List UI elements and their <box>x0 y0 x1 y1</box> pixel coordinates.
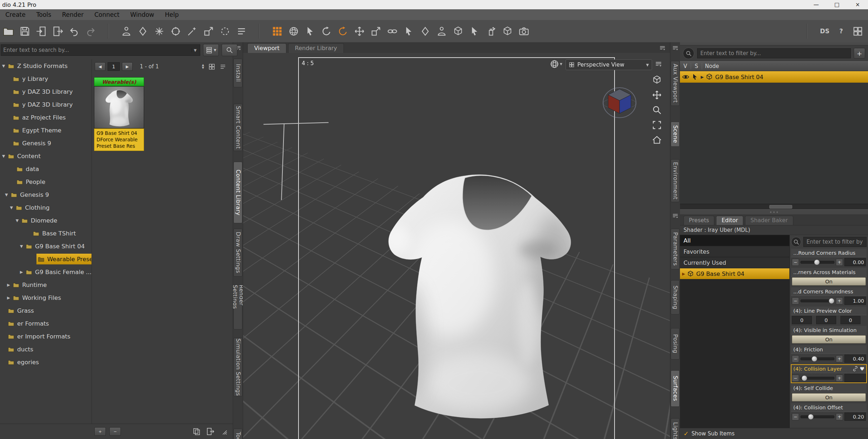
redo-icon[interactable] <box>82 23 99 39</box>
tree-item[interactable]: ▼Content <box>0 150 92 162</box>
color-b-field[interactable]: 0 <box>840 316 860 324</box>
slider-handle[interactable] <box>814 259 820 265</box>
minimize-button[interactable]: — <box>806 0 827 9</box>
rotate-tool-icon[interactable] <box>318 23 335 39</box>
camera-view-selector[interactable]: Perspective View ▼ <box>566 59 652 70</box>
toggle-on-button[interactable]: On <box>792 277 866 286</box>
menu-window[interactable]: Window <box>125 9 159 20</box>
slider-value[interactable]: 0.00 <box>844 258 866 266</box>
surfaces-list-currently-used[interactable]: Currently Used <box>680 257 789 268</box>
tab-smart-content[interactable]: Smart Content <box>233 104 242 151</box>
slider-increment-button[interactable]: + <box>836 297 843 304</box>
search-button[interactable] <box>222 44 237 56</box>
tree-item[interactable]: ▶Runtime <box>0 278 92 291</box>
tree-item[interactable]: ▶G9 Basic Female ... <box>0 265 92 278</box>
daz-studio-logo-icon[interactable]: DS <box>817 23 833 39</box>
slider-track[interactable] <box>800 415 834 418</box>
tab-lights[interactable]: Lights <box>671 418 680 439</box>
camera-cube-icon[interactable] <box>450 23 466 39</box>
tab-install[interactable]: Install <box>233 59 242 87</box>
display-style-icon[interactable] <box>233 23 250 39</box>
camera-home-icon[interactable] <box>652 135 662 145</box>
maximize-button[interactable]: □ <box>827 0 847 9</box>
scene-horizontal-scrollbar[interactable] <box>680 204 868 209</box>
tree-item[interactable]: Base TShirt <box>0 227 92 240</box>
column-selection[interactable]: S <box>691 63 702 69</box>
undo-icon[interactable] <box>66 23 82 39</box>
scene-filter-input[interactable] <box>697 48 851 58</box>
search-input[interactable] <box>3 47 192 54</box>
slider-decrement-button[interactable]: − <box>792 297 799 304</box>
content-type-filter-button[interactable]: ▼ <box>203 44 219 56</box>
page-next-button[interactable]: ▶ <box>122 62 133 71</box>
node-edit-icon[interactable] <box>400 23 417 39</box>
camera-frame-icon[interactable] <box>652 120 662 130</box>
save-file-icon[interactable] <box>16 23 33 39</box>
tab-shaping[interactable]: Shaping <box>671 280 680 314</box>
expand-arrow-icon[interactable]: ▼ <box>19 244 24 249</box>
slider-value[interactable]: 0.20 <box>844 413 866 421</box>
expand-arrow-icon[interactable]: ▶ <box>19 270 24 274</box>
menu-tools[interactable]: Tools <box>31 9 57 20</box>
spray-tool-icon[interactable] <box>483 23 499 39</box>
tab-draw-settings[interactable]: Draw Settings <box>233 229 242 277</box>
primitive-cube-icon[interactable] <box>499 23 516 39</box>
render-grid-icon[interactable] <box>269 23 285 39</box>
drawstyle-sphere-icon[interactable]: ▼ <box>550 59 562 69</box>
tab-scene[interactable]: Scene <box>671 122 680 147</box>
create-prop-icon[interactable] <box>200 23 217 39</box>
menu-connect[interactable]: Connect <box>89 9 125 20</box>
tree-item[interactable]: People <box>0 175 92 188</box>
expand-arrow-icon[interactable]: ▶ <box>701 75 704 79</box>
export-thumb-icon[interactable] <box>206 428 214 435</box>
create-dashed-circle-icon[interactable] <box>217 23 233 39</box>
toggle-on-button[interactable]: On <box>792 335 866 343</box>
figure-setup-icon[interactable] <box>433 23 450 39</box>
column-visibility[interactable]: V <box>680 63 691 69</box>
preview-sphere-icon[interactable] <box>285 23 302 39</box>
tree-item[interactable]: Genesis 9 <box>0 137 92 150</box>
slider-decrement-button[interactable]: − <box>792 355 799 362</box>
tab-posing[interactable]: Posing <box>671 328 680 360</box>
layout-grid-icon[interactable] <box>849 23 866 39</box>
tree-item[interactable]: ▼Diomede <box>0 214 92 227</box>
thumb-size-spinner[interactable]: ▲▼ <box>202 64 204 69</box>
content-thumbnail[interactable]: Wearable(s) G9 Base Shirt 04 DForce Wear… <box>94 77 144 151</box>
expand-arrow-icon[interactable]: ▼ <box>9 205 14 210</box>
create-node-icon[interactable] <box>134 23 151 39</box>
add-content-button[interactable]: + <box>94 427 106 436</box>
slider-handle[interactable] <box>812 356 817 362</box>
slider-handle[interactable] <box>802 375 807 381</box>
slider-track[interactable] <box>800 261 834 264</box>
slider-handle[interactable] <box>808 414 814 420</box>
tab-viewport[interactable]: Viewport <box>247 43 286 53</box>
list-view-icon[interactable] <box>220 63 226 70</box>
slider-increment-button[interactable]: + <box>836 375 843 382</box>
scene-node-row-selected[interactable]: ▶ G9 Base Shirt 04 <box>680 71 868 83</box>
expand-arrow-icon[interactable]: ▶ <box>6 296 11 300</box>
duplicate-icon[interactable] <box>193 428 201 435</box>
link-icon[interactable] <box>853 366 858 371</box>
page-prev-button[interactable]: ◀ <box>95 62 105 71</box>
viewport-canvas[interactable]: 4 : 5 ▼ Perspective View ▼ <box>243 53 670 439</box>
translate-tool-icon[interactable] <box>351 23 368 39</box>
slider-value[interactable] <box>844 374 866 382</box>
tab-editor[interactable]: Editor <box>716 216 743 225</box>
camera-zoom-icon[interactable] <box>652 105 662 115</box>
page-number-field[interactable]: 1 <box>108 62 120 71</box>
tab-content-library[interactable]: Content Library <box>233 162 242 223</box>
slider-increment-button[interactable]: + <box>836 355 843 362</box>
expand-arrow-icon[interactable]: ▼ <box>4 192 9 197</box>
tab-render-settings[interactable]: Render Settings <box>233 284 242 330</box>
tree-item[interactable]: az Project Files <box>0 111 92 124</box>
ik-chain-icon[interactable] <box>384 23 400 39</box>
expand-arrow-icon[interactable]: ▶ <box>682 272 685 276</box>
tab-shader-baker[interactable]: Shader Baker <box>745 216 793 225</box>
viewport-pane-menu-icon[interactable] <box>659 45 666 52</box>
tree-item[interactable]: ▶Working Files <box>0 291 92 304</box>
active-rotate-tool-icon[interactable] <box>335 23 351 39</box>
pane-dock-menu-icon[interactable] <box>672 213 679 219</box>
tab-toolbox[interactable]: Too... <box>233 429 242 439</box>
orientation-dial-icon[interactable] <box>167 23 184 39</box>
show-sub-items-label[interactable]: Show Sub Items <box>691 430 735 437</box>
